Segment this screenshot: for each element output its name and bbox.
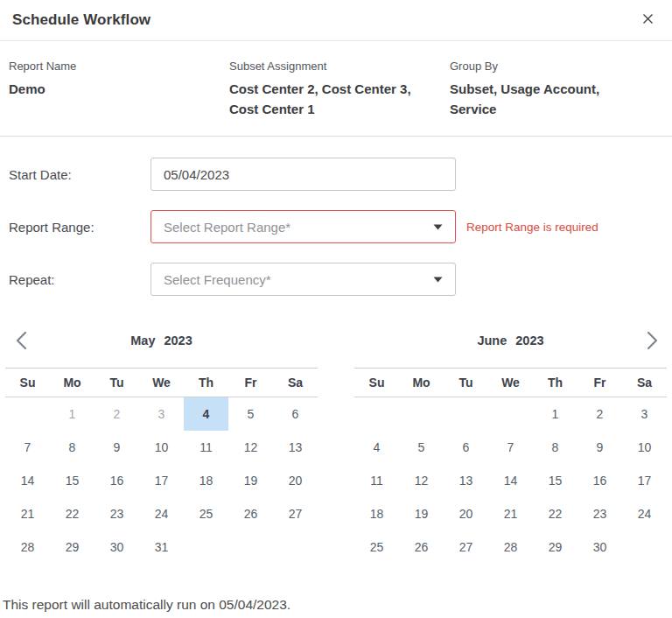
calendar-day[interactable]: 8 (533, 431, 578, 464)
calendar-day[interactable]: 24 (622, 497, 667, 530)
caret-down-icon (433, 224, 443, 230)
calendar-day[interactable]: 28 (5, 530, 50, 564)
calendar-day[interactable]: 26 (399, 530, 444, 564)
calendar-may: May2023 SuMoTuWeThFrSa 12345678910111213… (5, 327, 318, 564)
calendar-day-empty (228, 530, 273, 564)
report-range-label: Report Range: (9, 220, 150, 235)
calendar-day[interactable]: 10 (139, 431, 184, 464)
calendar-day[interactable]: 11 (354, 464, 399, 497)
next-month-button[interactable] (645, 329, 660, 355)
start-date-row: Start Date: (9, 158, 663, 191)
calendar-day[interactable]: 5 (228, 397, 273, 431)
calendar-day[interactable]: 25 (354, 530, 399, 564)
calendar-day: 3 (139, 397, 184, 431)
calendar-day[interactable]: 21 (488, 497, 533, 530)
calendar-day[interactable]: 6 (273, 397, 318, 431)
calendar-day[interactable]: 13 (273, 431, 318, 464)
report-name-label: Report Name (9, 60, 210, 73)
calendar-day[interactable]: 1 (533, 397, 578, 431)
weekday-label: Th (184, 369, 228, 397)
schedule-form: Start Date: Report Range: Select Report … (0, 137, 672, 296)
calendar-day[interactable]: 19 (228, 464, 273, 497)
calendar-day[interactable]: 29 (50, 530, 94, 564)
calendar-day[interactable]: 30 (578, 530, 622, 564)
repeat-select[interactable]: Select Frequency* (150, 263, 456, 296)
calendar-day[interactable]: 4 (184, 397, 228, 431)
calendar-day-empty (354, 397, 399, 431)
calendar-may-header: May2023 (5, 327, 318, 354)
calendar-day-empty (273, 530, 318, 564)
calendar-day[interactable]: 23 (578, 497, 622, 530)
calendar-day-empty (488, 397, 533, 431)
calendar-day[interactable]: 9 (578, 431, 622, 464)
calendar-day[interactable]: 14 (488, 464, 533, 497)
report-range-select[interactable]: Select Report Range* (150, 210, 456, 243)
calendar-day[interactable]: 25 (184, 497, 228, 530)
calendar-day[interactable]: 10 (622, 431, 667, 464)
calendar-day[interactable]: 17 (622, 464, 667, 497)
calendar-day[interactable]: 6 (444, 431, 488, 464)
start-date-input[interactable] (150, 158, 456, 191)
calendar-day[interactable]: 16 (94, 464, 139, 497)
close-icon (641, 12, 654, 28)
calendar-day[interactable]: 24 (139, 497, 184, 530)
calendar-day[interactable]: 27 (273, 497, 318, 530)
calendar-day[interactable]: 18 (354, 497, 399, 530)
chevron-right-icon (647, 331, 658, 353)
calendar-day[interactable]: 20 (444, 497, 488, 530)
calendar-day[interactable]: 11 (184, 431, 228, 464)
calendar-day[interactable]: 26 (228, 497, 273, 530)
prev-month-button[interactable] (14, 329, 29, 355)
calendar-day[interactable]: 29 (533, 530, 578, 564)
calendar-day[interactable]: 4 (354, 431, 399, 464)
calendar-day[interactable]: 21 (5, 497, 50, 530)
report-range-row: Report Range: Select Report Range* Repor… (9, 210, 663, 243)
calendar-day[interactable]: 22 (533, 497, 578, 530)
calendar-day[interactable]: 12 (399, 464, 444, 497)
calendar-day[interactable]: 31 (139, 530, 184, 564)
weekday-label: Tu (444, 369, 488, 397)
calendar-day[interactable]: 9 (94, 431, 139, 464)
calendar-june-header: June2023 (354, 327, 667, 354)
weekday-label: Th (533, 369, 578, 397)
calendar-day[interactable]: 13 (444, 464, 488, 497)
calendar-day[interactable]: 28 (488, 530, 533, 564)
calendar-day[interactable]: 7 (488, 431, 533, 464)
month-year: 2023 (164, 334, 192, 348)
subset-assignment-value: Cost Center 2, Cost Center 3, Cost Cente… (229, 79, 430, 119)
calendar-day[interactable]: 20 (273, 464, 318, 497)
calendar-day[interactable]: 27 (444, 530, 488, 564)
calendar-day[interactable]: 16 (578, 464, 622, 497)
group-by-column: Group By Subset, Usage Account, Service (450, 60, 663, 119)
start-date-label: Start Date: (9, 167, 150, 182)
auto-run-note: This report will automatically run on 05… (0, 597, 672, 613)
close-button[interactable] (638, 9, 658, 32)
calendar-day[interactable]: 30 (94, 530, 139, 564)
group-by-label: Group By (450, 60, 644, 73)
report-info-section: Report Name Demo Subset Assignment Cost … (0, 41, 672, 137)
calendar-day[interactable]: 22 (50, 497, 94, 530)
calendar-day[interactable]: 17 (139, 464, 184, 497)
calendar-day[interactable]: 5 (399, 431, 444, 464)
subset-assignment-column: Subset Assignment Cost Center 2, Cost Ce… (229, 60, 450, 119)
calendar-day[interactable]: 3 (622, 397, 667, 431)
calendar-day[interactable]: 7 (5, 431, 50, 464)
calendar-day[interactable]: 2 (578, 397, 622, 431)
calendar-day: 2 (94, 397, 139, 431)
calendar-day[interactable]: 15 (533, 464, 578, 497)
month-name: May (130, 334, 155, 348)
calendar-day[interactable]: 12 (228, 431, 273, 464)
calendar-day: 1 (50, 397, 94, 431)
calendar-day[interactable]: 14 (5, 464, 50, 497)
weekday-label: Mo (399, 369, 444, 397)
weekday-label: Su (5, 369, 50, 397)
calendar-day[interactable]: 23 (94, 497, 139, 530)
calendar-day[interactable]: 8 (50, 431, 94, 464)
report-name-value: Demo (9, 79, 210, 99)
calendar-day[interactable]: 15 (50, 464, 94, 497)
report-name-column: Report Name Demo (9, 60, 229, 119)
subset-assignment-label: Subset Assignment (229, 60, 430, 73)
calendar-day-empty (444, 397, 488, 431)
calendar-day[interactable]: 18 (184, 464, 228, 497)
calendar-day[interactable]: 19 (399, 497, 444, 530)
